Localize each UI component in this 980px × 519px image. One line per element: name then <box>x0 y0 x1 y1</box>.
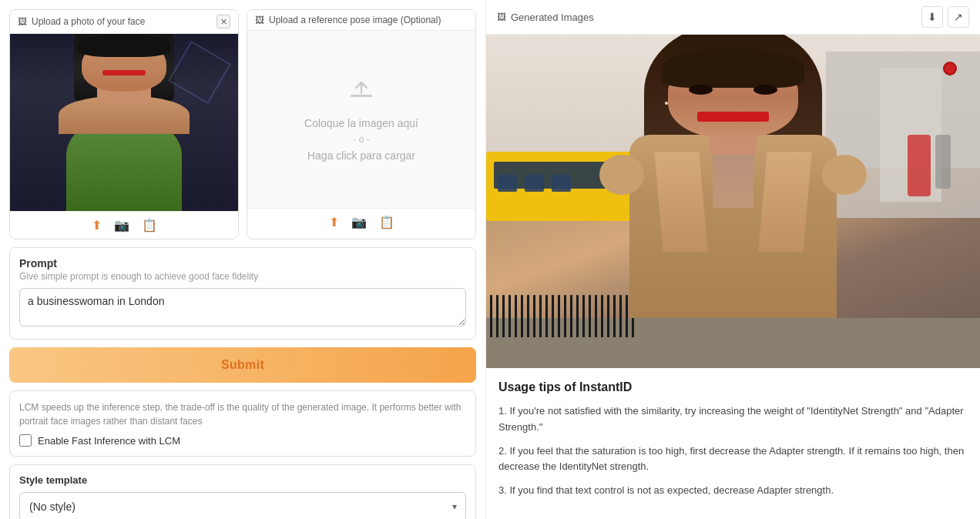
download-icon: ⬇ <box>928 11 937 23</box>
image-icon: 🖼 <box>18 16 27 27</box>
upload-pose-label-row: 🖼 Upload a reference pose image (Optiona… <box>255 15 441 25</box>
pose-placeholder[interactable]: Coloque la imagen aquí - o - Haga click … <box>247 31 475 208</box>
pose-upload-actions: ⬆ 📷 📋 <box>247 208 475 236</box>
tip-2: 2. If you feel that the saturation is to… <box>498 444 968 476</box>
upload-face-header: 🖼 Upload a photo of your face ✕ <box>10 10 238 34</box>
lcm-info: LCM speeds up the inference step, the tr… <box>19 400 466 428</box>
close-icon: ✕ <box>220 17 227 27</box>
tip-1: 1. If you're not satisfied with the simi… <box>498 403 968 436</box>
left-panel: 🖼 Upload a photo of your face ✕ <box>0 0 485 519</box>
style-select[interactable]: (No style) Cinematic Photographic Anime … <box>19 492 466 519</box>
style-label: Style template <box>19 474 466 486</box>
tip-3: 3. If you find that text control is not … <box>498 483 968 499</box>
svg-rect-0 <box>351 95 372 97</box>
usage-tips-title: Usage tips of InstantID <box>498 380 968 394</box>
face-upload-actions: ⬆ 📷 📋 <box>10 211 238 239</box>
lcm-checkbox-label[interactable]: Enable Fast Inference with LCM <box>38 435 180 447</box>
submit-button[interactable]: Submit <box>9 347 476 383</box>
copy-pose-button[interactable]: 📋 <box>379 215 394 229</box>
upload-placeholder-icon <box>347 78 375 108</box>
download-button[interactable]: ⬇ <box>921 6 943 28</box>
share-button[interactable]: ↗ <box>948 6 969 28</box>
upload-face-label: Upload a photo of your face <box>32 16 145 27</box>
prompt-input[interactable] <box>19 288 466 326</box>
lcm-section: LCM speeds up the inference step, the tr… <box>9 390 476 457</box>
right-panel: 🖼 Generated Images ⬇ ↗ <box>485 0 980 519</box>
generated-image-sim <box>486 35 980 368</box>
upload-face-box[interactable]: 🖼 Upload a photo of your face ✕ <box>9 9 239 239</box>
prompt-label: Prompt <box>19 257 466 270</box>
camera-face-button[interactable]: 📷 <box>114 218 129 233</box>
generated-header: 🖼 Generated Images ⬇ ↗ <box>486 0 980 35</box>
upload-pose-header: 🖼 Upload a reference pose image (Optiona… <box>247 10 475 31</box>
lcm-checkbox[interactable] <box>19 434 32 447</box>
close-face-button[interactable]: ✕ <box>216 15 230 28</box>
generated-label-row: 🖼 Generated Images <box>497 12 594 23</box>
face-image-container[interactable] <box>10 34 238 211</box>
upload-pose-label: Upload a reference pose image (Optional) <box>269 15 441 25</box>
upload-row: 🖼 Upload a photo of your face ✕ <box>9 9 476 239</box>
camera-pose-button[interactable]: 📷 <box>351 215 367 229</box>
prompt-hint: Give simple prompt is enough to achieve … <box>19 271 466 282</box>
prompt-section: Prompt Give simple prompt is enough to a… <box>9 247 476 340</box>
upload-face-label-row: 🖼 Upload a photo of your face <box>18 16 145 27</box>
upload-pose-button[interactable]: ⬆ <box>329 215 339 229</box>
placeholder-line2: Haga click para cargar <box>307 149 415 162</box>
generated-label: Generated Images <box>511 12 594 23</box>
generated-image-container <box>486 35 980 368</box>
style-section: Style template (No style) Cinematic Phot… <box>9 464 476 519</box>
placeholder-line1: Coloque la imagen aquí <box>304 117 418 129</box>
style-select-wrapper: (No style) Cinematic Photographic Anime … <box>19 492 466 519</box>
placeholder-separator: - o - <box>353 134 369 145</box>
copy-face-button[interactable]: 📋 <box>142 218 157 233</box>
share-icon: ↗ <box>954 11 963 23</box>
usage-tips: Usage tips of InstantID 1. If you're not… <box>486 368 980 519</box>
upload-pose-box[interactable]: 🖼 Upload a reference pose image (Optiona… <box>247 9 476 239</box>
lcm-checkbox-row: Enable Fast Inference with LCM <box>19 434 466 447</box>
image-gen-icon: 🖼 <box>497 12 506 22</box>
image-pose-icon: 🖼 <box>255 15 264 25</box>
header-actions: ⬇ ↗ <box>921 6 969 28</box>
upload-face-button[interactable]: ⬆ <box>92 218 102 233</box>
